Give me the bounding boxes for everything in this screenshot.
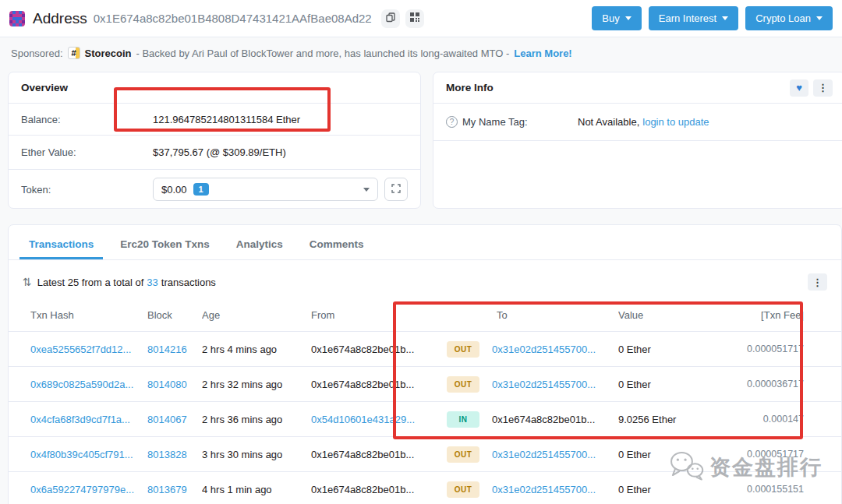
direction-badge-cell: IN xyxy=(439,411,487,428)
txn-fee-text: 0.000155151 xyxy=(706,484,804,495)
ether-value: $37,795.67 (@ $309.89/ETH) xyxy=(153,146,286,158)
txn-hash-link[interactable]: 0x4cfa68f3d9cd7f1a... xyxy=(30,414,147,425)
age-text: 2 hrs 4 mins ago xyxy=(202,344,311,355)
tab-comments[interactable]: Comments xyxy=(300,233,373,259)
txn-hash-link[interactable]: 0x6a592274797979e... xyxy=(30,484,147,495)
txn-fee-text: 0.000051717 xyxy=(706,449,804,460)
balance-row: Balance: 121.964785214801311584 Ether xyxy=(9,104,420,136)
token-dropdown[interactable]: $0.00 1 xyxy=(153,178,378,201)
header-actions: Buy Earn Interest Crypto Loan xyxy=(592,6,833,30)
direction-badge: OUT xyxy=(447,481,479,498)
expand-icon xyxy=(391,184,401,196)
copy-address-button[interactable] xyxy=(381,9,400,28)
more-info-menu-button[interactable]: ⋮ xyxy=(813,79,833,97)
total-transactions-link[interactable]: 33 xyxy=(147,277,157,288)
table-row: 0x4cfa68f3d9cd7f1a... 8014067 2 hrs 36 m… xyxy=(9,402,841,437)
value-text: 9.0256 Ether xyxy=(618,414,706,425)
balance-label: Balance: xyxy=(21,114,153,125)
more-info-card-header: More Info ♥ ⋮ xyxy=(433,72,842,104)
token-row: Token: $0.00 1 xyxy=(9,170,420,209)
block-link[interactable]: 8013679 xyxy=(147,484,202,495)
qr-code-button[interactable] xyxy=(405,9,424,28)
buy-button[interactable]: Buy xyxy=(592,6,641,30)
from-address: 0x1e674a8c82be01b... xyxy=(311,484,439,495)
direction-badge: OUT xyxy=(447,376,479,393)
earn-interest-button-label: Earn Interest xyxy=(659,12,716,24)
block-link[interactable]: 8014216 xyxy=(147,344,202,355)
qr-code-icon xyxy=(410,12,419,24)
table-header-row: Txn Hash Block Age From To Value [Txn Fe… xyxy=(9,299,841,332)
direction-badge: IN xyxy=(447,411,479,428)
chevron-down-icon xyxy=(363,188,370,192)
column-header-from: From xyxy=(311,309,439,321)
column-header-block: Block xyxy=(147,309,202,321)
chevron-down-icon xyxy=(816,16,823,20)
summary-prefix: Latest 25 from a total of xyxy=(37,277,144,288)
txn-fee-text: 0.000147 xyxy=(706,414,804,425)
tx-table-body: 0xea5255652f7dd12... 8014216 2 hrs 4 min… xyxy=(9,332,841,504)
tab-erc20-token-txns[interactable]: Erc20 Token Txns xyxy=(111,233,219,259)
to-address[interactable]: 0x31e02d251455700... xyxy=(487,484,618,495)
tab-transactions[interactable]: Transactions xyxy=(19,233,103,259)
table-row: 0xea5255652f7dd12... 8014216 2 hrs 4 min… xyxy=(9,332,841,367)
favorite-button[interactable]: ♥ xyxy=(790,79,808,97)
block-link[interactable]: 8014067 xyxy=(147,414,202,425)
from-address: 0x1e674a8c82be01b... xyxy=(311,344,439,355)
column-header-age: Age xyxy=(202,309,311,321)
tab-analytics[interactable]: Analytics xyxy=(227,233,292,259)
txn-hash-link[interactable]: 0xea5255652f7dd12... xyxy=(30,344,147,355)
table-menu-button[interactable]: ⋮ xyxy=(808,273,827,291)
table-row: 0x4f80b39c405cf791... 8013828 3 hrs 30 m… xyxy=(9,437,841,472)
heart-icon: ♥ xyxy=(796,83,802,93)
column-header-value: Value xyxy=(618,309,706,321)
direction-badge-cell: OUT xyxy=(439,376,487,393)
chevron-down-icon xyxy=(625,16,632,20)
crypto-loan-button-label: Crypto Loan xyxy=(755,12,811,24)
column-header-to: To xyxy=(487,309,618,321)
tab-bar: Transactions Erc20 Token Txns Analytics … xyxy=(9,225,841,260)
age-text: 2 hrs 36 mins ago xyxy=(202,414,311,425)
txn-fee-text: 0.000051717 xyxy=(706,344,804,354)
block-link[interactable]: 8014080 xyxy=(147,379,202,390)
from-address: 0x1e674a8c82be01b... xyxy=(311,379,439,390)
direction-badge-cell: OUT xyxy=(439,341,487,358)
direction-badge-cell: OUT xyxy=(439,446,487,463)
direction-badge-cell: OUT xyxy=(439,481,487,498)
storecoin-logo-icon: # xyxy=(68,47,80,59)
sponsored-bar: Sponsored: # Storecoin - Backed by Ari P… xyxy=(11,44,572,62)
to-address[interactable]: 0x31e02d251455700... xyxy=(487,344,618,355)
earn-interest-button[interactable]: Earn Interest xyxy=(649,6,738,30)
token-expand-button[interactable] xyxy=(384,178,408,201)
vertical-dots-icon: ⋮ xyxy=(812,277,823,287)
address-identicon xyxy=(9,11,25,26)
name-tag-row: ? My Name Tag: Not Available, login to u… xyxy=(433,104,842,141)
to-address[interactable]: 0x31e02d251455700... xyxy=(487,379,618,390)
table-row: 0x689c0825a590d2a... 8014080 2 hrs 32 mi… xyxy=(9,367,841,402)
direction-badge: OUT xyxy=(447,446,479,463)
txn-fee-text: 0.000036717 xyxy=(706,379,804,389)
transactions-summary: ⇅ Latest 25 from a total of 33 transacti… xyxy=(9,260,841,299)
ether-value-row: Ether Value: $37,795.67 (@ $309.89/ETH) xyxy=(9,136,420,170)
from-address[interactable]: 0x54d10601e431a29... xyxy=(311,414,439,425)
sponsored-learn-more-link[interactable]: Learn More! xyxy=(514,48,571,59)
age-text: 4 hrs 1 min ago xyxy=(202,484,311,495)
txn-hash-link[interactable]: 0x689c0825a590d2a... xyxy=(30,379,147,390)
txn-hash-link[interactable]: 0x4f80b39c405cf791... xyxy=(30,449,147,460)
token-amount: $0.00 xyxy=(161,184,187,196)
question-circle-icon: ? xyxy=(446,116,458,128)
transactions-card: Transactions Erc20 Token Txns Analytics … xyxy=(8,224,842,504)
chevron-down-icon xyxy=(722,16,728,20)
token-count-badge: 1 xyxy=(193,183,209,196)
age-text: 3 hrs 30 mins ago xyxy=(202,449,311,460)
vertical-dots-icon: ⋮ xyxy=(818,83,828,93)
login-to-update-link[interactable]: login to update xyxy=(642,116,709,128)
crypto-loan-button[interactable]: Crypto Loan xyxy=(745,6,833,30)
value-text: 0 Ether xyxy=(618,484,706,495)
token-label: Token: xyxy=(21,184,153,196)
sponsored-label: Sponsored: xyxy=(11,48,63,59)
to-address[interactable]: 0x31e02d251455700... xyxy=(487,449,618,460)
copy-icon xyxy=(386,12,395,25)
more-info-card: More Info ♥ ⋮ ? My Name Tag: Not Availab… xyxy=(433,72,842,209)
column-header-txn-fee: [Txn Fee] xyxy=(706,309,804,321)
block-link[interactable]: 8013828 xyxy=(147,449,202,460)
